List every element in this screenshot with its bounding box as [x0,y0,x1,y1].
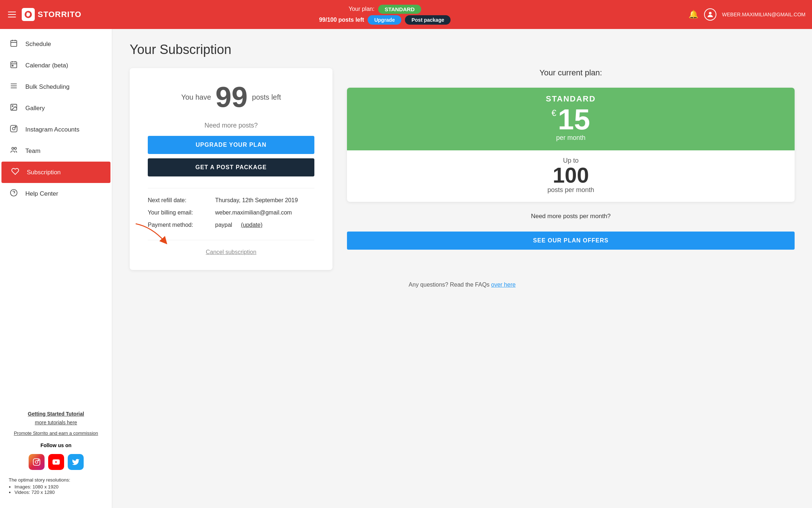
youtube-social-icon[interactable] [48,454,64,470]
schedule-icon [9,39,19,49]
svg-rect-2 [11,41,17,47]
billing-email-label: Your billing email: [148,209,209,216]
sidebar: Schedule Calendar (beta) Bulk Scheduling… [0,29,112,508]
you-have-text: You have [181,93,211,101]
subscription-card: You have 99 posts left Need more posts? … [130,68,332,270]
posts-number: 99 [215,83,248,112]
posts-left-row: You have 99 posts left [148,83,314,112]
plan-price: 15 [558,105,590,134]
payment-method-row: Payment method: paypal (update) [148,222,314,228]
bulk-label: Bulk Scheduling [25,83,70,91]
page-title: Your Subscription [130,42,795,57]
instagram-social-icon[interactable] [29,454,45,470]
plan-name: STANDARD [347,94,795,104]
logo: STORRITO [22,8,81,21]
sidebar-item-subscription[interactable]: Subscription [1,162,110,183]
see-plans-button[interactable]: SEE OUR PLAN OFFERS [347,232,795,250]
svg-point-15 [12,105,13,107]
payment-method-label: Payment method: [148,222,209,228]
posts-left-count: 99/100 posts left [319,17,364,23]
post-package-button[interactable]: Post package [405,15,451,25]
sidebar-item-help[interactable]: Help Center [0,183,112,204]
social-icons [9,454,103,470]
instagram-label: Instagram Accounts [25,126,79,133]
sidebar-item-schedule[interactable]: Schedule [0,33,112,55]
plan-card: STANDARD € 15 per month Up to 100 posts … [347,88,795,202]
plan-posts-label: posts per month [356,186,786,194]
tutorials-more-link[interactable]: more tutorials here [9,420,103,425]
svg-point-24 [35,461,38,463]
nav-left: STORRITO [7,8,81,21]
next-refill-row: Next refill date: Thursday, 12th Septemb… [148,197,314,204]
hamburger-menu[interactable] [7,10,17,19]
sidebar-item-bulk[interactable]: Bulk Scheduling [0,76,112,97]
logo-text: STORRITO [38,10,81,19]
svg-point-20 [14,147,17,150]
sidebar-item-instagram[interactable]: Instagram Accounts [0,119,112,140]
need-more-posts-label: Need more posts per month? [347,213,795,220]
schedule-label: Schedule [25,41,51,48]
cancel-subscription-link[interactable]: Cancel subscription [206,249,256,255]
calendar-label: Calendar (beta) [25,62,68,69]
gallery-icon [9,103,19,113]
faq-row: Any questions? Read the FAQs over here [130,282,795,288]
payment-method-value: paypal [215,222,232,228]
help-icon [9,189,19,199]
resolutions-info: The optimal story resolutions: Images: 1… [9,477,103,495]
current-plan-label: Your current plan: [347,68,795,78]
need-more-text: Need more posts? [148,122,314,129]
svg-point-1 [709,12,711,14]
billing-info: Next refill date: Thursday, 12th Septemb… [148,188,314,228]
next-refill-label: Next refill date: [148,197,209,204]
faq-link[interactable]: over here [491,282,516,288]
posts-left-section: You have 99 posts left [148,83,314,112]
bulk-icon [9,82,19,92]
subscription-label: Subscription [27,169,61,176]
main-content: Your Subscription You have 99 posts left… [112,29,812,508]
instagram-accounts-icon [9,125,19,134]
plan-card-header: STANDARD € 15 per month [347,88,795,150]
cancel-section: Cancel subscription [148,240,314,255]
follow-us-label: Follow us on [9,442,103,448]
billing-email-row: Your billing email: weber.maximilian@gma… [148,209,314,216]
subscription-icon [10,167,20,177]
gallery-label: Gallery [25,105,45,112]
team-label: Team [25,147,41,155]
resolution-images: Images: 1080 x 1920 [14,484,103,490]
promote-link[interactable]: Promote Storrito and earn a commission [9,430,103,436]
nav-right: 🔔 WEBER.MAXIMILIAN@GMAIL.COM [688,8,805,21]
upgrade-plan-button[interactable]: UPGRADE YOUR PLAN [148,136,314,154]
resolutions-title: The optimal story resolutions: [9,477,70,483]
plan-card-body: Up to 100 posts per month [347,150,795,202]
sidebar-item-gallery[interactable]: Gallery [0,97,112,119]
next-refill-value: Thursday, 12th September 2019 [215,197,298,204]
sidebar-item-team[interactable]: Team [0,140,112,162]
posts-left-text: posts left [252,93,281,101]
logo-icon [24,10,33,19]
twitter-social-icon[interactable] [68,454,84,470]
svg-rect-6 [11,62,17,68]
plan-label: Your plan: [348,6,374,12]
help-label: Help Center [25,190,58,197]
right-panel: Your current plan: STANDARD € 15 per mon… [347,68,795,250]
plan-row: Your plan: STANDARD [348,5,421,14]
nav-center: Your plan: STANDARD 99/100 posts left Up… [81,5,688,25]
plan-posts-num: 100 [356,165,786,186]
get-post-package-button[interactable]: GET A POST PACKAGE [148,158,314,176]
resolution-videos: Videos: 720 x 1280 [14,490,103,495]
user-email: WEBER.MAXIMILIAN@GMAIL.COM [722,12,805,17]
team-icon [9,146,19,156]
billing-email-value: weber.maximilian@gmail.com [215,209,292,216]
update-payment-link[interactable]: (update) [241,222,263,228]
calendar-icon [9,61,19,70]
upgrade-button[interactable]: Upgrade [368,15,401,25]
svg-point-19 [12,147,14,150]
tutorial-link[interactable]: Getting Started Tutorial [9,411,103,417]
notification-bell-icon[interactable]: 🔔 [688,10,698,19]
sidebar-item-calendar[interactable]: Calendar (beta) [0,55,112,76]
svg-rect-10 [12,65,13,66]
plan-currency: € [552,108,556,118]
faq-text: Any questions? Read the FAQs [409,282,489,288]
top-navigation: STORRITO Your plan: STANDARD 99/100 post… [0,0,812,29]
user-avatar-icon[interactable] [704,8,716,21]
